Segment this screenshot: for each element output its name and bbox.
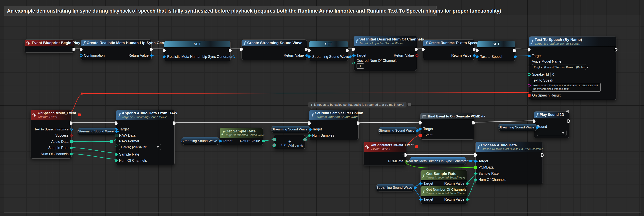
var-streaming-sound-wave[interactable]: Streaming Sound Wave xyxy=(181,137,220,145)
exec-out-pin[interactable] xyxy=(346,49,349,52)
node-process-audio-data[interactable]: ƒ Process Audio Data Target is Realistic… xyxy=(476,142,543,184)
node-set-text-to-speech[interactable]: SET Text to Speech xyxy=(477,41,515,61)
exec-out-pin[interactable] xyxy=(472,48,476,51)
variable-out-pin[interactable] xyxy=(416,129,419,132)
success-pin[interactable] xyxy=(70,134,73,137)
reroute-node-delegate[interactable] xyxy=(81,93,83,95)
return-value-pin[interactable] xyxy=(466,182,468,185)
pcmdata-pin[interactable] xyxy=(474,166,477,169)
exec-in-pin[interactable] xyxy=(115,121,118,125)
desired-num-channels-input[interactable]: 1 xyxy=(356,63,364,69)
variable-in-pin[interactable] xyxy=(163,55,166,58)
add-pin-button[interactable]: Add pin ⊕ xyxy=(288,143,303,148)
sample-rate-pin[interactable] xyxy=(115,153,118,156)
speaker-id-pin[interactable] xyxy=(528,73,530,76)
variable-out-pin[interactable] xyxy=(115,130,118,133)
variable-out-pin[interactable] xyxy=(536,126,538,129)
sample-rate-pin[interactable] xyxy=(474,172,477,175)
node-create-runtime-text-to-speech[interactable]: ƒ Create Runtime Text to Speech Return V… xyxy=(423,39,474,60)
num-samples-pin[interactable] xyxy=(308,134,310,137)
divide-result-pin[interactable] xyxy=(303,138,307,141)
blueprint-graph[interactable]: An example demonstrating lip sync during… xyxy=(0,0,644,216)
on-speech-result-pin[interactable] xyxy=(528,94,530,97)
return-value-pin[interactable] xyxy=(150,54,153,57)
exec-in-pin[interactable] xyxy=(474,153,477,157)
exec-in-pin[interactable] xyxy=(419,121,422,124)
node-text-to-speech-by-name[interactable]: ƒ Text To Speech (By Name) Target is Run… xyxy=(529,36,616,100)
return-value-pin[interactable] xyxy=(466,198,468,201)
node-create-streaming-sound-wave[interactable]: ƒ Create Streaming Sound Wave Return Val… xyxy=(242,39,307,60)
exec-out-pin[interactable] xyxy=(404,153,408,157)
exec-in-pin[interactable] xyxy=(476,49,479,52)
num-channels-pin[interactable] xyxy=(115,159,118,162)
return-value-pin[interactable] xyxy=(262,140,264,142)
voice-model-name-pin[interactable] xyxy=(528,65,530,67)
comment-title-bar[interactable]: An example demonstrating lip sync during… xyxy=(4,6,437,16)
sample-rate-pin[interactable] xyxy=(70,147,73,149)
variable-out-pin[interactable] xyxy=(349,55,352,58)
var-streaming-sound-wave[interactable]: Streaming Sound Wave xyxy=(271,126,310,133)
variable-out-pin[interactable] xyxy=(469,160,472,162)
exec-out-pin[interactable] xyxy=(513,49,516,52)
node-set-num-samples-per-chunk[interactable]: ƒ Set Num Samples Per Chunk Target is Im… xyxy=(309,110,358,140)
divide-b-pin[interactable] xyxy=(272,143,276,147)
node-set-initial-desired-num-of-channels[interactable]: ƒ Set Initial Desired Num Of Channels Ta… xyxy=(354,36,417,71)
var-streaming-sound-wave[interactable]: Streaming Sound Wave xyxy=(378,127,417,134)
divide-a-pin[interactable] xyxy=(272,138,276,141)
tts-instance-pin[interactable] xyxy=(70,128,73,131)
raw-data-pin[interactable] xyxy=(115,134,118,137)
return-value-pin[interactable] xyxy=(473,54,476,57)
exec-out-pin[interactable] xyxy=(72,48,76,51)
reroute-node-array[interactable] xyxy=(110,140,113,143)
variable-out-pin[interactable] xyxy=(219,140,221,142)
exec-out-pin[interactable] xyxy=(568,119,570,123)
exec-in-pin[interactable] xyxy=(308,121,311,125)
exec-out-pin[interactable] xyxy=(415,48,418,51)
num-channels-pin[interactable] xyxy=(474,179,477,181)
target-pin[interactable] xyxy=(528,55,530,57)
exec-out-pin[interactable] xyxy=(150,48,153,51)
exec-out-pin[interactable] xyxy=(615,48,618,51)
event-pin[interactable] xyxy=(419,134,422,137)
var-streaming-sound-wave[interactable]: Streaming Sound Wave xyxy=(498,124,537,131)
target-pin[interactable] xyxy=(474,160,477,163)
variable-in-pin[interactable] xyxy=(476,55,478,58)
node-comment-bubble[interactable]: This needs to be called so that audio is… xyxy=(308,102,411,108)
configuration-pin[interactable] xyxy=(80,54,82,57)
node-on-speech-result-event[interactable]: OnSpeechResult_Event Custom Event Text t… xyxy=(30,110,72,159)
audio-data-pin[interactable] xyxy=(70,140,73,143)
exec-in-pin[interactable] xyxy=(352,48,355,51)
node-bind-event-to-on-generate-pcmdata[interactable]: Bind Event to On Generate PCMData Target… xyxy=(420,113,474,140)
return-value-pin[interactable] xyxy=(416,54,418,57)
exec-out-pin[interactable] xyxy=(173,121,176,125)
node-on-generate-pcmdata-event[interactable]: OnGeneratePCMData_Event Custom Event PCM… xyxy=(364,142,406,166)
exec-out-pin[interactable] xyxy=(357,121,360,125)
exec-in-pin[interactable] xyxy=(163,49,166,52)
node-get-sample-rate[interactable]: ƒ Get Sample Rate Target is Imported Sou… xyxy=(220,128,263,145)
exec-out-pin[interactable] xyxy=(305,48,308,51)
variable-in-pin[interactable] xyxy=(308,55,310,58)
exec-out-pin[interactable] xyxy=(229,49,232,52)
node-divide[interactable]: 100 ÷ Add pin ⊕ xyxy=(274,135,306,149)
raw-format-dropdown[interactable]: Floating point 32-bit xyxy=(119,144,161,150)
text-to-speak-input[interactable]: Hello, world! The lips of the MetaHuman … xyxy=(532,83,601,92)
node-get-sample-rate-2[interactable]: ƒ Get Sample Rate Target is Imported Sou… xyxy=(420,170,468,188)
exec-in-pin[interactable] xyxy=(240,48,243,51)
target-pin[interactable] xyxy=(419,198,422,201)
delegate-pin[interactable] xyxy=(78,113,81,116)
var-realistic-lip-sync-generator[interactable]: Realistic Meta Human Lip Sync Generator xyxy=(410,157,466,165)
node-append-audio-data-from-raw[interactable]: ƒ Append Audio Data From RAW Target is S… xyxy=(116,110,174,165)
var-streaming-sound-wave[interactable]: Streaming Sound Wave xyxy=(376,184,415,192)
divide-b-input[interactable]: 100 xyxy=(279,143,288,148)
return-value-pin[interactable] xyxy=(306,54,308,57)
bubble-pin-icon[interactable] xyxy=(408,104,411,106)
delegate-pin[interactable] xyxy=(415,145,418,148)
variable-out-pin[interactable] xyxy=(414,187,416,189)
speaker-id-input[interactable]: 0 xyxy=(550,72,556,77)
node-set-streaming-sound-wave[interactable]: SET Streaming Sound Wave xyxy=(309,41,348,61)
target-pin[interactable] xyxy=(419,182,422,185)
exec-out-pin[interactable] xyxy=(541,153,544,157)
variable-out-pin[interactable] xyxy=(514,55,516,58)
exec-in-pin[interactable] xyxy=(308,49,311,52)
exec-in-pin[interactable] xyxy=(528,48,531,51)
